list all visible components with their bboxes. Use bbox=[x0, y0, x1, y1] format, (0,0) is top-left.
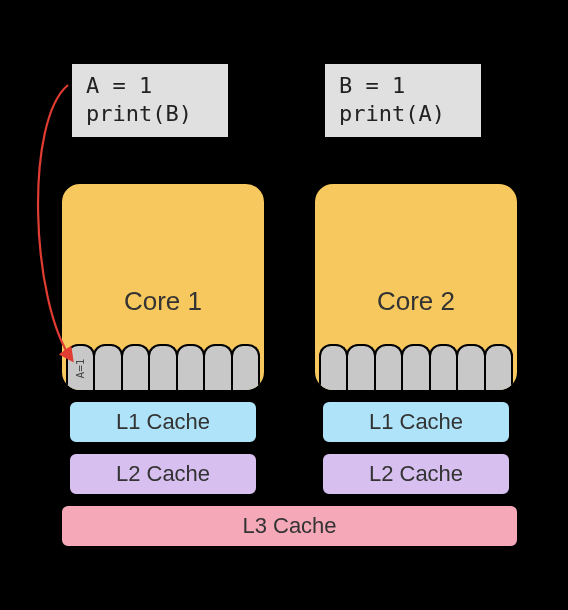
core-1: Core 1 A=1 bbox=[60, 182, 266, 392]
core-2-label: Core 2 bbox=[377, 286, 455, 317]
code-box-left: A = 1 print(B) bbox=[70, 62, 230, 139]
store-buffer-cell bbox=[203, 344, 232, 390]
code-left-line1: A = 1 bbox=[86, 73, 152, 98]
code-left-line2: print(B) bbox=[86, 101, 192, 126]
store-buffer-cell bbox=[346, 344, 375, 390]
core-2: Core 2 bbox=[313, 182, 519, 392]
store-buffer-cell bbox=[319, 344, 348, 390]
core-2-store-buffer bbox=[315, 342, 517, 390]
code-box-right: B = 1 print(A) bbox=[323, 62, 483, 139]
store-buffer-cell bbox=[176, 344, 205, 390]
store-buffer-cell bbox=[429, 344, 458, 390]
store-buffer-cell bbox=[121, 344, 150, 390]
store-buffer-cell bbox=[231, 344, 260, 390]
code-right-line2: print(A) bbox=[339, 101, 445, 126]
core-1-label: Core 1 bbox=[124, 286, 202, 317]
core-1-store-buffer: A=1 bbox=[62, 342, 264, 390]
store-buffer-entry: A=1 bbox=[74, 358, 87, 378]
l1-cache-left: L1 Cache bbox=[68, 400, 258, 444]
store-buffer-cell bbox=[93, 344, 122, 390]
store-buffer-cell bbox=[401, 344, 430, 390]
store-buffer-cell: A=1 bbox=[66, 344, 95, 390]
code-right-line1: B = 1 bbox=[339, 73, 405, 98]
l2-cache-right: L2 Cache bbox=[321, 452, 511, 496]
store-buffer-cell bbox=[374, 344, 403, 390]
store-buffer-cell bbox=[484, 344, 513, 390]
l2-cache-left: L2 Cache bbox=[68, 452, 258, 496]
diagram-stage: A = 1 print(B) B = 1 print(A) Core 1 A=1… bbox=[0, 0, 568, 610]
store-buffer-cell bbox=[456, 344, 485, 390]
store-buffer-cell bbox=[148, 344, 177, 390]
l1-cache-right: L1 Cache bbox=[321, 400, 511, 444]
l3-cache: L3 Cache bbox=[60, 504, 519, 548]
